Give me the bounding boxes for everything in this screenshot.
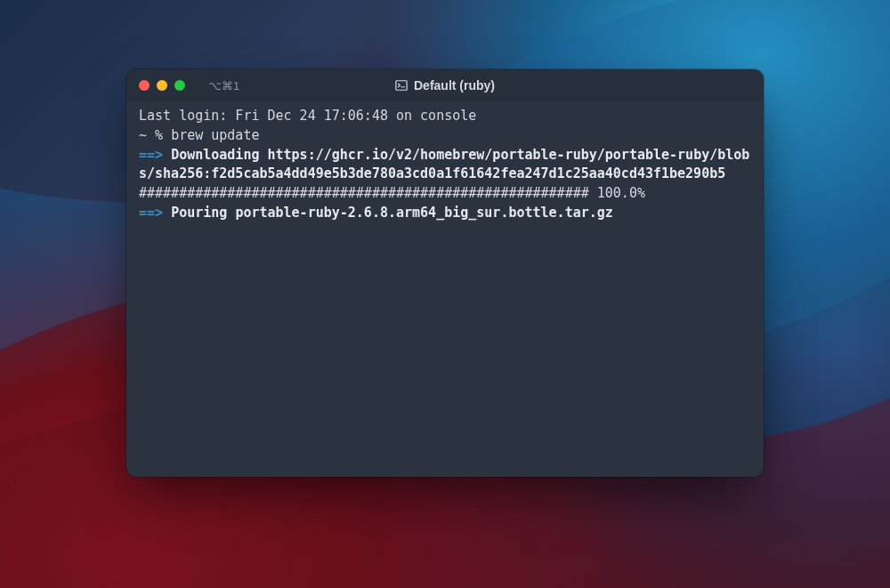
tab-indicator: ⌥⌘1 [208, 79, 239, 93]
last-login-line: Last login: Fri Dec 24 17:06:48 on conso… [139, 108, 476, 124]
window-title: Default (ruby) [395, 78, 495, 93]
progress-percent: 100.0% [597, 185, 645, 201]
close-icon[interactable] [139, 80, 150, 91]
pouring-target: portable-ruby-2.6.8.arm64_big_sur.bottle… [235, 205, 612, 221]
progress-bar: ########################################… [139, 185, 589, 201]
command-text: brew update [171, 127, 259, 143]
titlebar: ⌥⌘1 Default (ruby) [126, 69, 764, 101]
terminal-window: ⌥⌘1 Default (ruby) Last login: Fri Dec 2… [126, 69, 764, 477]
traffic-lights [139, 80, 185, 91]
arrow-icon: ==> [139, 205, 163, 221]
terminal-content[interactable]: Last login: Fri Dec 24 17:06:48 on conso… [126, 101, 764, 477]
arrow-icon: ==> [139, 147, 163, 163]
svg-rect-0 [396, 81, 407, 91]
zoom-icon[interactable] [174, 80, 185, 91]
download-label: Downloading [171, 147, 259, 163]
minimize-icon[interactable] [157, 80, 167, 91]
window-title-text: Default (ruby) [414, 78, 495, 93]
prompt-symbol: % [155, 127, 163, 143]
terminal-icon [395, 79, 408, 92]
prompt-path: ~ [139, 127, 147, 143]
pouring-label: Pouring [171, 205, 227, 221]
